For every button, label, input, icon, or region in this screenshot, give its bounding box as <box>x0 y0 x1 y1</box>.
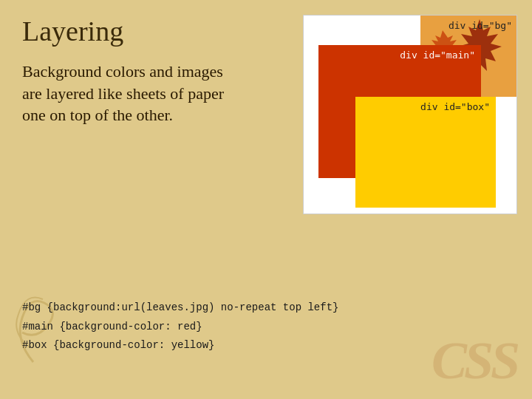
code-line-3: #box {background-color: yellow} <box>22 336 510 355</box>
description-text: Background colors and images are layered… <box>22 61 244 126</box>
code-line-2: #main {background-color: red} <box>22 318 510 336</box>
div-bg-label: div id="bg" <box>449 20 512 31</box>
diagram-area: div id="bg" div id="main" div id="box" <box>281 7 517 229</box>
div-main-element: div id="main" div id="box" <box>318 45 481 178</box>
code-section: #bg {background:url(leaves.jpg) no-repea… <box>22 299 510 355</box>
div-bg-element: div id="bg" div id="main" div id="box" <box>303 15 517 214</box>
content-area: Layering Background colors and images ar… <box>0 0 532 399</box>
div-box-element: div id="box" <box>355 97 496 208</box>
code-line-1: #bg {background:url(leaves.jpg) no-repea… <box>22 299 510 317</box>
div-main-label: div id="main" <box>400 50 475 61</box>
div-box-label: div id="box" <box>420 101 490 112</box>
